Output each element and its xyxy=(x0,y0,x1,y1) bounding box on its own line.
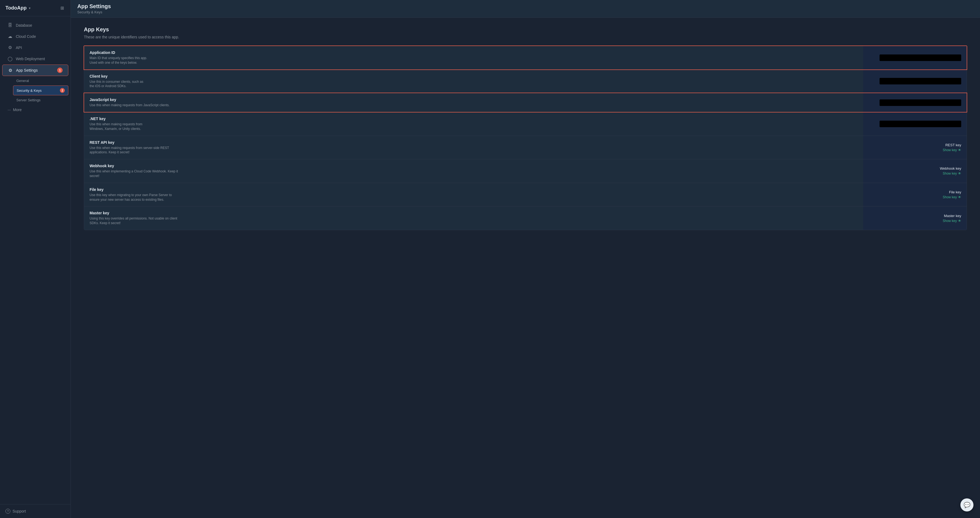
key-desc-master-key: Using this key overrides all permissions… xyxy=(89,216,858,225)
key-value-dotnet-key xyxy=(863,112,967,135)
key-desc-application-id: Main ID that uniquely specifies this app… xyxy=(89,56,858,65)
sidebar-item-api[interactable]: ⚙ API xyxy=(2,42,68,53)
key-row-rest-api-key: REST API key Use this when making reques… xyxy=(84,135,967,159)
key-name-javascript-key: JavaScript key xyxy=(89,97,858,102)
key-info-webhook-key: Webhook key Use this when implementing a… xyxy=(84,159,863,183)
gear-icon: ⚙ xyxy=(8,68,13,73)
page-subtitle: Security & Keys xyxy=(77,10,974,14)
key-row-dotnet-key: .NET key Use this when making requests f… xyxy=(84,112,967,135)
key-masked-dotnet-key xyxy=(880,121,961,127)
eye-icon-master: 👁 xyxy=(958,219,961,223)
globe-icon: ◯ xyxy=(8,56,13,61)
key-row-application-id: Application ID Main ID that uniquely spe… xyxy=(84,45,967,70)
sidebar-item-security-keys[interactable]: Security & Keys 2 xyxy=(13,86,68,95)
sidebar-item-database[interactable]: 🗄 Database xyxy=(2,20,68,30)
show-file-key-label: Show key xyxy=(943,195,957,199)
key-masked-client-key xyxy=(880,78,961,84)
eye-icon-webhook: 👁 xyxy=(958,172,961,175)
key-value-application-id xyxy=(863,46,967,69)
cloud-icon: ☁ xyxy=(8,34,13,39)
api-icon: ⚙ xyxy=(8,45,13,50)
sidebar-item-web-deployment-label: Web Deployment xyxy=(16,57,45,61)
key-desc-webhook-key: Use this when implementing a Cloud Code … xyxy=(89,169,858,179)
key-info-rest-api-key: REST API key Use this when making reques… xyxy=(84,136,863,159)
master-key-label: Master key xyxy=(943,214,961,218)
chat-bubble[interactable]: 💬 xyxy=(960,498,974,512)
show-webhook-key-label: Show key xyxy=(943,172,957,175)
sidebar-item-cloud-code-label: Cloud Code xyxy=(16,34,36,39)
key-value-file-key: File key Show key 👁 xyxy=(863,183,967,206)
key-name-rest-api-key: REST API key xyxy=(89,140,858,145)
app-name-container[interactable]: TodoApp ▾ xyxy=(5,5,30,11)
key-name-client-key: Client key xyxy=(89,74,858,78)
key-name-master-key: Master key xyxy=(89,211,858,215)
show-webhook-key-button[interactable]: Show key 👁 xyxy=(943,172,961,175)
sidebar-item-database-label: Database xyxy=(16,23,32,27)
key-name-webhook-key: Webhook key xyxy=(89,164,858,168)
sidebar-item-server-settings[interactable]: Server Settings xyxy=(13,96,68,104)
key-info-javascript-key: JavaScript key Use this when making requ… xyxy=(84,93,863,112)
sidebar-item-api-label: API xyxy=(16,45,22,50)
eye-icon-file: 👁 xyxy=(958,195,961,199)
show-master-key-button[interactable]: Show key 👁 xyxy=(943,219,961,223)
security-keys-badge: 2 xyxy=(60,88,65,93)
key-value-javascript-key xyxy=(863,93,967,112)
page-title: App Settings xyxy=(77,3,974,10)
sidebar-item-general[interactable]: General xyxy=(13,77,68,85)
layout-icon[interactable]: ⊞ xyxy=(59,4,65,12)
key-info-master-key: Master key Using this key overrides all … xyxy=(84,206,863,230)
key-desc-dotnet-key: Use this when making requests fromWindow… xyxy=(89,122,858,131)
sidebar-footer: ? Support xyxy=(0,504,70,518)
sidebar-item-web-deployment[interactable]: ◯ Web Deployment xyxy=(2,53,68,64)
chevron-down-icon: ▾ xyxy=(29,6,30,10)
database-icon: 🗄 xyxy=(8,23,13,28)
key-row-client-key: Client key Use this in consumer clients,… xyxy=(84,70,967,93)
show-key-container-file: File key Show key 👁 xyxy=(943,190,961,199)
eye-icon-rest: 👁 xyxy=(958,148,961,152)
chat-icon: 💬 xyxy=(964,502,970,508)
key-desc-client-key: Use this in consumer clients, such asthe… xyxy=(89,80,858,89)
key-row-webhook-key: Webhook key Use this when implementing a… xyxy=(84,159,967,183)
section-desc: These are the unique identifiers used to… xyxy=(84,35,967,39)
key-value-webhook-key: Webhook key Show key 👁 xyxy=(863,159,967,183)
sidebar-item-cloud-code[interactable]: ☁ Cloud Code xyxy=(2,31,68,41)
key-masked-application-id xyxy=(880,54,961,61)
key-desc-javascript-key: Use this when making requests from JavaS… xyxy=(89,103,858,108)
main-content: App Settings Security & Keys App Keys Th… xyxy=(71,0,980,518)
show-rest-key-button[interactable]: Show key 👁 xyxy=(943,148,961,152)
sidebar-header: TodoApp ▾ ⊞ xyxy=(0,0,70,16)
show-key-container-master: Master key Show key 👁 xyxy=(943,214,961,223)
content-area: App Keys These are the unique identifier… xyxy=(71,18,980,518)
webhook-key-label: Webhook key xyxy=(940,166,961,171)
sidebar-nav: 🗄 Database ☁ Cloud Code ⚙ API ◯ Web Depl… xyxy=(0,16,70,504)
section-title: App Keys xyxy=(84,26,967,33)
show-master-key-label: Show key xyxy=(943,219,957,223)
support-item[interactable]: ? Support xyxy=(5,509,65,514)
key-name-application-id: Application ID xyxy=(89,50,858,55)
sub-nav: General Security & Keys 2 Server Setting… xyxy=(0,77,70,104)
key-value-rest-api-key: REST key Show key 👁 xyxy=(863,136,967,159)
rest-key-label: REST key xyxy=(943,143,961,147)
key-info-application-id: Application ID Main ID that uniquely spe… xyxy=(84,46,863,69)
key-name-dotnet-key: .NET key xyxy=(89,116,858,121)
key-value-client-key xyxy=(863,70,967,93)
app-settings-badge: 1 xyxy=(57,67,63,73)
key-row-file-key: File key Use this key when migrating to … xyxy=(84,183,967,206)
sidebar-item-more[interactable]: ··· More xyxy=(2,105,68,115)
more-label: More xyxy=(13,108,22,112)
show-file-key-button[interactable]: Show key 👁 xyxy=(943,195,961,199)
key-row-javascript-key: JavaScript key Use this when making requ… xyxy=(84,92,967,113)
show-key-container-webhook: Webhook key Show key 👁 xyxy=(940,166,961,175)
key-desc-file-key: Use this key when migrating to your own … xyxy=(89,193,858,202)
sidebar-icons: ⊞ xyxy=(59,4,65,12)
sidebar: TodoApp ▾ ⊞ 🗄 Database ☁ Cloud Code ⚙ AP… xyxy=(0,0,71,518)
key-name-file-key: File key xyxy=(89,187,858,192)
sidebar-item-app-settings-label: App Settings xyxy=(16,68,38,72)
sidebar-item-app-settings[interactable]: ⚙ App Settings 1 xyxy=(2,65,68,76)
file-key-label: File key xyxy=(943,190,961,194)
key-info-dotnet-key: .NET key Use this when making requests f… xyxy=(84,112,863,135)
support-label: Support xyxy=(13,509,26,513)
show-rest-key-label: Show key xyxy=(943,148,957,152)
topbar: App Settings Security & Keys xyxy=(71,0,980,18)
support-icon: ? xyxy=(5,509,10,514)
